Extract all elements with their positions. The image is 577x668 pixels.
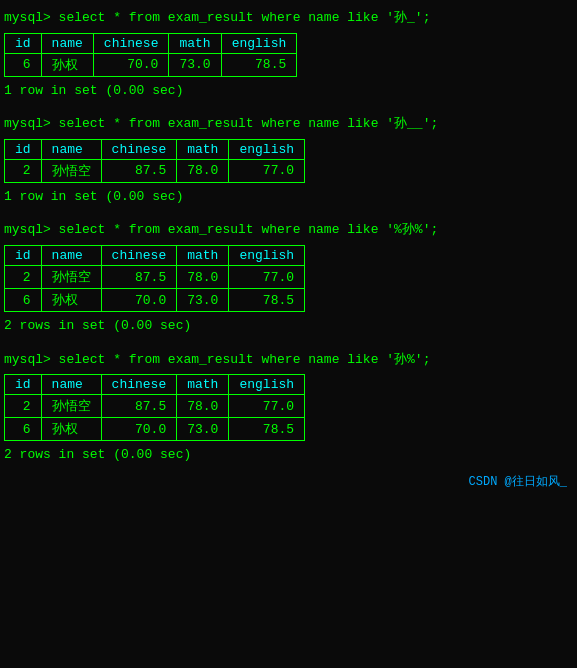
result-table-4: id name chinese math english 2孙悟空87.578.… — [4, 374, 305, 441]
col-chinese-2: chinese — [101, 139, 177, 159]
col-chinese-3: chinese — [101, 246, 177, 266]
table-row: 6孙权70.073.078.5 — [5, 289, 305, 312]
col-name-3: name — [41, 246, 101, 266]
col-id-3: id — [5, 246, 42, 266]
col-name-4: name — [41, 375, 101, 395]
col-name-2: name — [41, 139, 101, 159]
prompt-2: mysql> select * from exam_result where n… — [4, 112, 573, 137]
col-math-4: math — [177, 375, 229, 395]
prompt-3: mysql> select * from exam_result where n… — [4, 218, 573, 243]
col-chinese-4: chinese — [101, 375, 177, 395]
table-row: 2孙悟空87.578.077.0 — [5, 395, 305, 418]
table-wrapper-1: id name chinese math english 6孙权70.073.0… — [4, 33, 573, 77]
table-row: 6孙权70.073.078.5 — [5, 418, 305, 441]
col-english-4: english — [229, 375, 305, 395]
table-row: 2孙悟空87.578.077.0 — [5, 159, 305, 182]
col-math-2: math — [177, 139, 229, 159]
col-id-1: id — [5, 33, 42, 53]
col-math-1: math — [169, 33, 221, 53]
watermark: CSDN @往日如风_ — [4, 471, 573, 490]
terminal: mysql> select * from exam_result where n… — [0, 0, 577, 496]
col-english-1: english — [221, 33, 297, 53]
result-table-3: id name chinese math english 2孙悟空87.578.… — [4, 245, 305, 312]
count-2: 1 row in set (0.00 sec) — [4, 185, 573, 212]
count-3: 2 rows in set (0.00 sec) — [4, 314, 573, 341]
result-table-1: id name chinese math english 6孙权70.073.0… — [4, 33, 297, 77]
result-table-2: id name chinese math english 2孙悟空87.578.… — [4, 139, 305, 183]
col-math-3: math — [177, 246, 229, 266]
col-name-1: name — [41, 33, 93, 53]
prompt-4: mysql> select * from exam_result where n… — [4, 348, 573, 373]
col-english-2: english — [229, 139, 305, 159]
count-1: 1 row in set (0.00 sec) — [4, 79, 573, 106]
table-wrapper-4: id name chinese math english 2孙悟空87.578.… — [4, 374, 573, 441]
table-wrapper-2: id name chinese math english 2孙悟空87.578.… — [4, 139, 573, 183]
prompt-1: mysql> select * from exam_result where n… — [4, 6, 573, 31]
table-wrapper-3: id name chinese math english 2孙悟空87.578.… — [4, 245, 573, 312]
table-row: 6孙权70.073.078.5 — [5, 53, 297, 76]
col-id-2: id — [5, 139, 42, 159]
col-id-4: id — [5, 375, 42, 395]
count-4: 2 rows in set (0.00 sec) — [4, 443, 573, 470]
col-english-3: english — [229, 246, 305, 266]
table-row: 2孙悟空87.578.077.0 — [5, 266, 305, 289]
col-chinese-1: chinese — [93, 33, 169, 53]
